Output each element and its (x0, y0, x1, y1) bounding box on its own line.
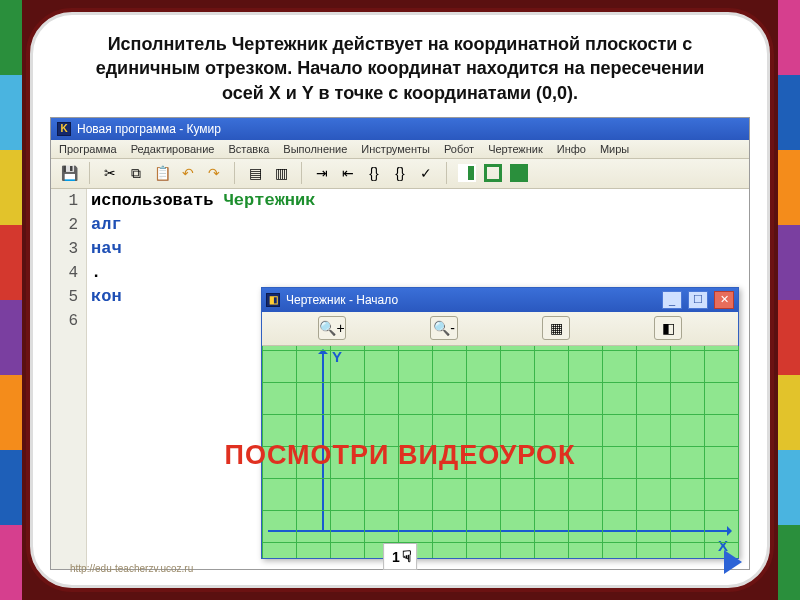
kumir-app-window: K Новая программа - Кумир Программа Реда… (50, 117, 750, 570)
draftsman-titlebar[interactable]: ◧ Чертежник - Начало _ ☐ ✕ (262, 288, 738, 312)
cursor-hand-icon: ☟ (402, 547, 412, 566)
step-icon[interactable]: ⇥ (312, 163, 332, 183)
footer-url: http://edu-teacherzv.ucoz.ru (70, 563, 193, 574)
page2-icon[interactable]: ▥ (271, 163, 291, 183)
x-axis-arrow-icon (727, 526, 737, 536)
page-number: 1 ☟ (383, 543, 417, 570)
y-axis-arrow-icon (318, 344, 328, 354)
next-slide-button[interactable] (724, 550, 754, 574)
paste-icon[interactable]: 📋 (152, 163, 172, 183)
run-icon[interactable]: ✓ (416, 163, 436, 183)
grid-view-icon[interactable] (457, 163, 477, 183)
brace1-icon[interactable]: {} (364, 163, 384, 183)
menu-edit[interactable]: Редактирование (131, 143, 215, 155)
fill-view-icon[interactable] (509, 163, 529, 183)
zoom-out-icon[interactable]: 🔍- (430, 316, 458, 340)
line-gutter: 1 2 3 4 5 6 (51, 189, 87, 569)
x-axis (268, 530, 730, 532)
menu-robot[interactable]: Робот (444, 143, 474, 155)
slide-heading: Исполнитель Чертежник действует на коорд… (50, 30, 750, 111)
minimize-button[interactable]: _ (662, 291, 682, 309)
save-icon[interactable]: 💾 (59, 163, 79, 183)
page-icon[interactable]: ▤ (245, 163, 265, 183)
copy-icon[interactable]: ⧉ (126, 163, 146, 183)
slide-frame: Исполнитель Чертежник действует на коорд… (26, 8, 774, 592)
menu-worlds[interactable]: Миры (600, 143, 629, 155)
app-icon: K (57, 122, 71, 136)
cut-icon[interactable]: ✂ (100, 163, 120, 183)
close-button[interactable]: ✕ (714, 291, 734, 309)
menu-run[interactable]: Выполнение (283, 143, 347, 155)
maximize-button[interactable]: ☐ (688, 291, 708, 309)
outline-view-icon[interactable] (483, 163, 503, 183)
zoom-in-icon[interactable]: 🔍+ (318, 316, 346, 340)
toolbar: 💾 ✂ ⧉ 📋 ↶ ↷ ▤ ▥ ⇥ ⇤ {} {} ✓ (51, 159, 749, 189)
menu-draftsman[interactable]: Чертежник (488, 143, 543, 155)
menu-info[interactable]: Инфо (557, 143, 586, 155)
watch-video-overlay: ПОСМОТРИ ВИДЕОУРОК (30, 440, 770, 471)
undo-icon[interactable]: ↶ (178, 163, 198, 183)
redo-icon[interactable]: ↷ (204, 163, 224, 183)
menu-program[interactable]: Программа (59, 143, 117, 155)
menu-bar: Программа Редактирование Вставка Выполне… (51, 140, 749, 159)
draftsman-title: Чертежник - Начало (286, 293, 398, 307)
app-titlebar: K Новая программа - Кумир (51, 118, 749, 140)
grid-icon[interactable]: ▦ (542, 316, 570, 340)
code-editor[interactable]: 1 2 3 4 5 6 использовать Чертежник алг н… (51, 189, 749, 569)
step2-icon[interactable]: ⇤ (338, 163, 358, 183)
menu-insert[interactable]: Вставка (228, 143, 269, 155)
app-title: Новая программа - Кумир (77, 122, 221, 136)
draftsman-toolbar: 🔍+ 🔍- ▦ ◧ (262, 312, 738, 346)
menu-tools[interactable]: Инструменты (361, 143, 430, 155)
draftsman-window: ◧ Чертежник - Начало _ ☐ ✕ 🔍+ 🔍- ▦ ◧ (261, 287, 739, 559)
brace2-icon[interactable]: {} (390, 163, 410, 183)
window-icon[interactable]: ◧ (654, 316, 682, 340)
